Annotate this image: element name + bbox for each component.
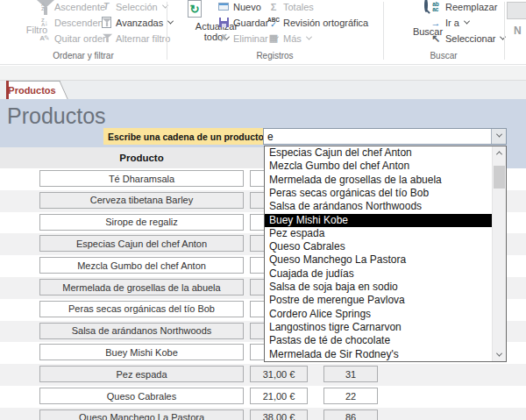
nuevo-label: Nuevo (233, 2, 261, 12)
revision-label: Revisión ortográfica (283, 18, 368, 28)
search-combo-input[interactable] (264, 129, 490, 144)
seleccion-label: Selección (116, 2, 158, 12)
dropdown-item[interactable]: Queso Manchego La Pastora (265, 253, 492, 267)
new-record-icon (217, 1, 230, 13)
avanzadas-button[interactable]: Avanzadas (100, 15, 173, 30)
save-disk-icon (217, 17, 230, 29)
qty-cell[interactable]: 86 (323, 409, 378, 420)
dropdown-item[interactable]: Salsa de soja baja en sodio (265, 281, 492, 294)
form-content: Productos Escribe una cadena de un produ… (0, 99, 526, 420)
combo-dropdown-list: Especias Cajun del chef AntonMezcla Gumb… (264, 146, 507, 362)
spellcheck-icon: ABC✓ (267, 17, 280, 29)
tab-label: Productos (9, 81, 55, 99)
dropdown-item[interactable]: Cuajada de judías (265, 267, 492, 281)
product-cell[interactable]: Mermelada de grosellas de la abuela (39, 279, 244, 295)
guardar-button[interactable]: Guardar (217, 15, 268, 30)
totales-label: Totales (283, 2, 314, 12)
price-cell[interactable]: 31,00 € (250, 366, 308, 382)
ribbon: Filtro AZ↓ Ascendente ZA↓ Descendente A✎… (0, 0, 526, 65)
guardar-label: Guardar (233, 18, 268, 28)
ir-a-button[interactable]: → Ir a (430, 15, 469, 30)
font-selector-partial[interactable] (507, 2, 526, 19)
goto-arrow-icon: → (430, 17, 442, 29)
product-cell[interactable]: Mezcla Gumbo del chef Anton (39, 257, 244, 274)
seleccionar-button[interactable]: ↖ Seleccionar (430, 31, 505, 46)
product-cell[interactable]: Salsa de arándanos Northwoods (39, 323, 244, 339)
table-row: Queso Cabrales21,00 €22 (0, 386, 526, 408)
dropdown-item[interactable]: Buey Mishi Kobe (265, 214, 492, 227)
product-cell[interactable]: Sirope de regaliz (39, 214, 244, 231)
sort-descending-icon: ZA↓ (39, 17, 51, 29)
product-cell[interactable]: Cerveza tibetana Barley (39, 192, 244, 209)
scrollbar-thumb[interactable] (494, 166, 505, 189)
more-grid-icon: ▦ (267, 32, 280, 45)
reemplazar-label: Reemplazar (445, 2, 497, 12)
dropdown-scrollbar[interactable] (492, 146, 506, 361)
qty-cell[interactable]: 22 (323, 388, 378, 404)
dropdown-item[interactable]: Mermelada de grosellas de la abuela (265, 174, 492, 187)
product-cell[interactable]: Buey Mishi Kobe (39, 344, 244, 360)
ribbon-lower-band (0, 66, 526, 81)
dropdown-item[interactable]: Langostinos tigre Carnarvon (265, 321, 492, 334)
column-header-producto: Producto (39, 147, 244, 168)
ribbon-divider (504, 2, 505, 60)
sort-ascending-icon: AZ↓ (39, 1, 51, 13)
dropdown-item[interactable]: Pez espada (265, 227, 492, 240)
dropdown-item[interactable]: Mermelada de Sir Rodney's (265, 348, 492, 361)
combo-dropdown-button[interactable] (491, 129, 506, 144)
price-cell[interactable]: 21,00 € (250, 388, 308, 404)
product-cell[interactable]: Especias Cajun del chef Anton (39, 235, 244, 252)
object-tab-bar: Productos (0, 81, 526, 99)
reemplazar-button[interactable]: abac Reemplazar (430, 0, 497, 14)
group-label-ordenar: Ordenar y filtrar (0, 51, 167, 61)
revision-ortografica-button[interactable]: ABC✓ Revisión ortográfica (267, 15, 368, 30)
ascendente-button[interactable]: AZ↓ Ascendente (39, 0, 105, 14)
eliminar-label: Eliminar (233, 33, 268, 44)
alternar-filtro-button[interactable]: Alternar filtro (100, 31, 170, 46)
mas-label: Más (283, 33, 302, 44)
clear-sort-icon: A✎ (39, 32, 51, 45)
product-cell[interactable]: Peras secas orgánicas del tío Bob (39, 301, 244, 317)
search-combo (263, 128, 507, 145)
bold-button[interactable]: N (514, 25, 522, 37)
scroll-up-button[interactable] (493, 146, 506, 160)
refresh-icon: ↻ (188, 0, 202, 18)
replace-icon: abac (430, 1, 442, 13)
dropdown-item[interactable]: Pastas de té de chocolate (265, 334, 492, 347)
toggle-filter-icon (100, 32, 112, 45)
dropdown-item[interactable]: Salsa de arándanos Northwoods (265, 200, 492, 213)
dropdown-item[interactable]: Especias Cajun del chef Anton (265, 146, 492, 160)
chevron-down-icon (495, 132, 501, 138)
dropdown-item[interactable]: Mezcla Gumbo del chef Anton (265, 160, 492, 173)
product-cell[interactable]: Té Dharamsala (39, 170, 244, 187)
page-title: Productos (7, 103, 106, 129)
selection-filter-icon: T (100, 1, 112, 13)
seleccionar-label: Seleccionar (445, 33, 495, 44)
cursor-pointer-icon: ↖ (430, 32, 442, 45)
price-cell[interactable]: 38,00 € (250, 409, 308, 420)
nuevo-button[interactable]: Nuevo (217, 0, 261, 14)
group-label-buscar: Buscar (383, 51, 504, 61)
scroll-down-button[interactable] (493, 348, 506, 361)
product-cell[interactable]: Pez espada (39, 366, 244, 382)
avanzadas-label: Avanzadas (116, 18, 163, 28)
ir-a-label: Ir a (445, 18, 459, 28)
quitar-orden-button[interactable]: A✎ Quitar orden (39, 31, 108, 46)
seleccion-button[interactable]: T Selección (100, 0, 167, 14)
group-label-registros: Registros (167, 51, 383, 61)
dropdown-item[interactable]: Postre de merengue Pavlova (265, 294, 492, 307)
chevron-down-icon (464, 18, 470, 25)
access-window: Filtro AZ↓ Ascendente ZA↓ Descendente A✎… (0, 0, 526, 420)
product-cell[interactable]: Queso Manchego La Pastora (39, 409, 244, 420)
ascendente-label: Ascendente (54, 2, 105, 12)
dropdown-item[interactable]: Cordero Alice Springs (265, 308, 492, 321)
product-cell[interactable]: Queso Cabrales (39, 388, 244, 404)
mas-button[interactable]: ▦ Más (267, 31, 311, 46)
table-row: Pez espada31,00 €31 (0, 364, 526, 386)
chevron-down-icon (306, 34, 312, 40)
qty-cell[interactable]: 31 (323, 366, 378, 382)
dropdown-item[interactable]: Queso Cabrales (265, 240, 492, 253)
search-icon (424, 0, 428, 12)
dropdown-item[interactable]: Peras secas orgánicas del tío Bob (265, 187, 492, 200)
totales-button[interactable]: Σ Totales (267, 0, 314, 14)
